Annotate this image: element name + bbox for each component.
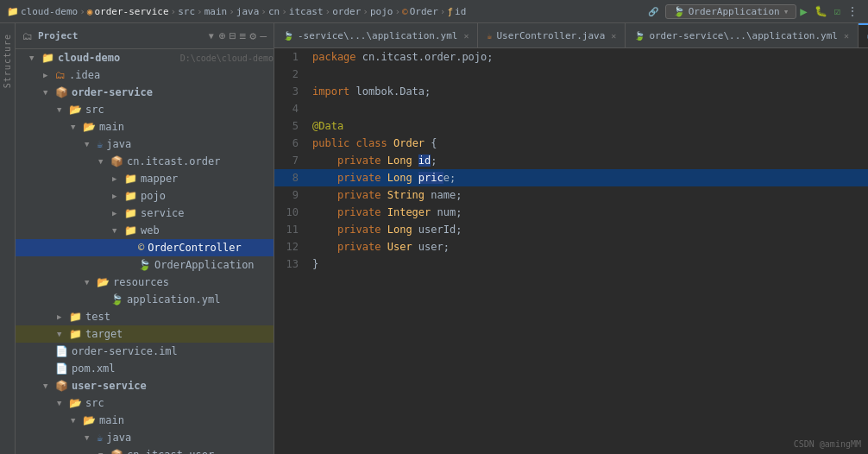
breadcrumb-order-class[interactable]: © Order: [402, 6, 438, 17]
code-line-6: 6 public class Order {: [274, 135, 868, 152]
tree-item-java[interactable]: ▼ ☕ java: [16, 136, 274, 153]
tab-java-icon-2: ☕: [487, 31, 492, 41]
code-table: 1 package cn.itcast.order.pojo; 2 3 impo…: [274, 48, 868, 273]
breadcrumb-cn[interactable]: cn: [268, 6, 280, 17]
breadcrumb-bar: 📁 cloud-demo › ◉ order-service › src › m…: [0, 0, 868, 23]
tree-item-mapper[interactable]: ▶ 📁 mapper: [16, 170, 274, 187]
tab-yaml-icon-1: 🍃: [283, 31, 293, 41]
tab-label-1: -service\...\application.yml: [298, 30, 457, 41]
breadcrumb-order[interactable]: order: [332, 6, 361, 17]
breadcrumb-src[interactable]: src: [178, 6, 195, 17]
run-selector[interactable]: 🍃 OrderApplication ▾: [665, 4, 797, 19]
file-tree-panel: 🗂 Project ▼ ⊕ ⊟ ≡ ⚙ — ▼ 📁 cloud-demo D:\…: [16, 23, 274, 454]
code-line-7: 7 private Long id;: [274, 152, 868, 169]
code-line-8: 8 private Long price;: [274, 169, 868, 186]
more-actions-button[interactable]: ⋮: [844, 3, 861, 19]
tree-item-user-main[interactable]: ▼ 📂 main: [16, 412, 274, 429]
tab-close-3[interactable]: ✕: [844, 31, 849, 41]
breadcrumb-java[interactable]: java: [236, 6, 260, 17]
tree-item-pojo[interactable]: ▶ 📁 pojo: [16, 187, 274, 205]
breadcrumb-order-service[interactable]: ◉ order-service: [87, 6, 169, 17]
editor-area: 🍃 -service\...\application.yml ✕ ☕ UserC…: [274, 23, 868, 454]
code-line-9: 9 private String name;: [274, 186, 868, 204]
tab-order-controller[interactable]: © OrderController...: [859, 23, 868, 47]
tree-item-user-pkg[interactable]: ▼ 📦 cn.itcast.user: [16, 446, 274, 454]
code-line-10: 10 private Integer num;: [274, 204, 868, 221]
tree-item-src[interactable]: ▼ 📂 src: [16, 101, 274, 118]
tree-expand-icon[interactable]: ≡: [240, 29, 247, 42]
tree-item-user-java[interactable]: ▼ ☕ java: [16, 429, 274, 446]
tab-bar: 🍃 -service\...\application.yml ✕ ☕ UserC…: [274, 23, 868, 48]
watermark: CSDN @amingMM: [794, 439, 861, 449]
tree-item-web[interactable]: ▼ 📁 web: [16, 222, 274, 239]
tree-item-test[interactable]: ▶ 📁 test: [16, 308, 274, 325]
tab-order-app-yml[interactable]: 🍃 order-service\...\application.yml ✕: [626, 23, 859, 47]
tab-service-app-yml[interactable]: 🍃 -service\...\application.yml ✕: [274, 23, 478, 47]
panel-options-icon: ▼: [209, 31, 214, 41]
file-tree: ▼ 📁 cloud-demo D:\code\cloud-demo ▶ 🗂 .i…: [16, 49, 274, 454]
project-icon: 🗂: [22, 30, 33, 42]
tree-item-target[interactable]: ▼ 📁 target: [16, 325, 274, 343]
coverage-button[interactable]: ☑: [831, 3, 844, 19]
tree-item-order-service[interactable]: ▼ 📦 order-service: [16, 84, 274, 101]
tree-item-service[interactable]: ▶ 📁 service: [16, 205, 274, 222]
tab-label-2: UserController.java: [497, 30, 606, 41]
run-button[interactable]: ▶: [796, 3, 810, 20]
tree-item-cloud-demo[interactable]: ▼ 📁 cloud-demo D:\code\cloud-demo: [16, 49, 274, 66]
tree-item-pom[interactable]: 📄 pom.xml: [16, 360, 274, 377]
tree-close-icon[interactable]: —: [260, 29, 267, 42]
code-line-2: 2: [274, 66, 868, 83]
file-tree-header: 🗂 Project ▼ ⊕ ⊟ ≡ ⚙ —: [16, 23, 274, 49]
tree-collapse-icon[interactable]: ⊟: [230, 29, 236, 42]
code-line-11: 11 private Long userId;: [274, 221, 868, 238]
tab-user-controller[interactable]: ☕ UserController.java ✕: [478, 23, 626, 47]
tree-item-order-iml[interactable]: 📄 order-service.iml: [16, 343, 274, 360]
debug-button[interactable]: 🐛: [811, 3, 831, 19]
breadcrumb-main[interactable]: main: [204, 6, 228, 17]
structure-sidebar: Structure: [0, 23, 16, 454]
code-line-13: 13 }: [274, 255, 868, 273]
breadcrumb-itcast[interactable]: itcast: [289, 6, 324, 17]
tree-item-user-src[interactable]: ▼ 📂 src: [16, 394, 274, 412]
structure-label: Structure: [3, 34, 12, 88]
tree-item-resources[interactable]: ▼ 📂 resources: [16, 274, 274, 291]
main-area: Structure 🗂 Project ▼ ⊕ ⊟ ≡ ⚙ — ▼ 📁 clou…: [0, 23, 868, 454]
tree-item-pkg-cn[interactable]: ▼ 📦 cn.itcast.order: [16, 153, 274, 170]
tree-item-user-service[interactable]: ▼ 📦 user-service: [16, 377, 274, 394]
code-editor[interactable]: 1 package cn.itcast.order.pojo; 2 3 impo…: [274, 48, 868, 454]
tree-settings-icon[interactable]: ⚙: [249, 29, 256, 42]
code-line-3: 3 import lombok.Data;: [274, 83, 868, 100]
tree-locate-icon[interactable]: ⊕: [219, 29, 226, 42]
run-app-icon: 🍃: [673, 6, 685, 17]
code-line-4: 4: [274, 100, 868, 117]
panel-title: Project: [38, 30, 204, 41]
breadcrumb-id-field[interactable]: ƒ id: [447, 6, 466, 17]
code-line-5: 5 @Data: [274, 117, 868, 135]
tab-yaml-icon-3: 🍃: [634, 31, 645, 41]
tree-item-order-controller[interactable]: © OrderController: [16, 239, 274, 256]
tree-item-idea[interactable]: ▶ 🗂 .idea: [16, 66, 274, 84]
tree-item-order-application[interactable]: 🍃 OrderApplication: [16, 256, 274, 274]
tree-item-application-yml[interactable]: 🍃 application.yml: [16, 291, 274, 308]
code-line-12: 12 private User user;: [274, 238, 868, 255]
run-refresh-icon: 🔗: [648, 7, 658, 16]
tab-close-2[interactable]: ✕: [611, 31, 616, 41]
tab-label-3: order-service\...\application.yml: [649, 30, 838, 41]
run-selector-arrow: ▾: [783, 6, 789, 17]
breadcrumb-cloud-demo[interactable]: 📁 cloud-demo: [7, 6, 78, 17]
tree-item-main[interactable]: ▼ 📂 main: [16, 118, 274, 136]
code-line-1: 1 package cn.itcast.order.pojo;: [274, 48, 868, 66]
breadcrumb-pojo[interactable]: pojo: [370, 6, 393, 17]
tab-close-1[interactable]: ✕: [463, 31, 469, 41]
